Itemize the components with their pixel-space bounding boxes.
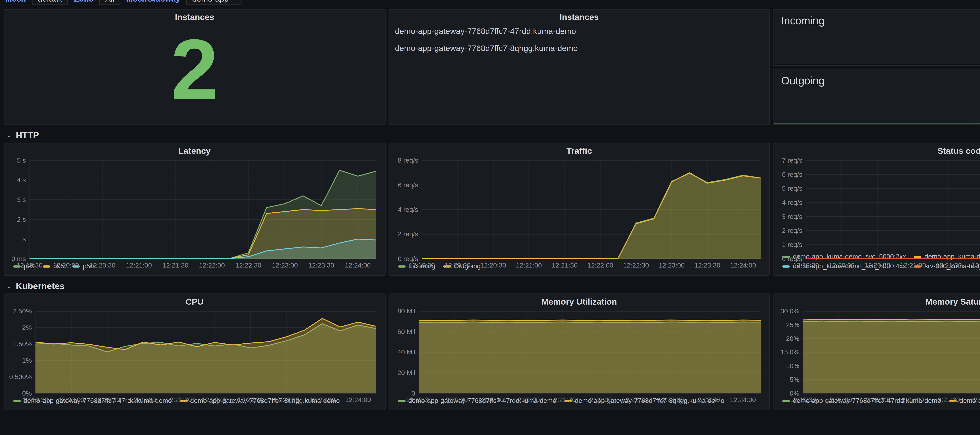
status-codes-chart[interactable]: 0 req/s1 req/s2 req/s3 req/s4 req/s5 req… [778, 156, 980, 252]
svg-text:12:22:30: 12:22:30 [623, 261, 649, 269]
panel-title[interactable]: Status codes [778, 143, 980, 156]
svg-text:12:21:30: 12:21:30 [166, 396, 192, 403]
svg-text:5 req/s: 5 req/s [782, 185, 803, 192]
svg-text:12:23:00: 12:23:00 [272, 261, 298, 269]
svg-text:12:20:00: 12:20:00 [826, 396, 852, 403]
svg-text:8 req/s: 8 req/s [398, 156, 418, 164]
panel-title[interactable]: Memory Saturation [778, 294, 980, 307]
panel-title[interactable]: Traffic [394, 143, 765, 156]
svg-text:12:22:00: 12:22:00 [970, 396, 980, 403]
latency-chart[interactable]: 0 ms1 s2 s3 s4 s5 s12:19:3012:20:0012:20… [9, 156, 380, 261]
svg-text:3 s: 3 s [17, 196, 26, 203]
svg-text:0.500%: 0.500% [9, 373, 32, 381]
svg-text:6 req/s: 6 req/s [398, 181, 418, 189]
svg-text:0%: 0% [22, 389, 32, 397]
panel-title[interactable]: CPU [9, 294, 380, 307]
panel-incoming: Incoming 6.56req/s [773, 9, 980, 65]
svg-text:12:20:00: 12:20:00 [829, 261, 855, 269]
svg-text:12:19:30: 12:19:30 [409, 261, 434, 269]
memory-saturation-chart[interactable]: 0%5%10%15.0%20%25%30.0%12:19:3012:20:001… [778, 307, 980, 396]
svg-text:20 Mil: 20 Mil [397, 369, 415, 376]
svg-text:0 req/s: 0 req/s [398, 255, 418, 263]
svg-text:12:21:30: 12:21:30 [552, 261, 578, 269]
svg-text:12:20:00: 12:20:00 [442, 396, 468, 403]
svg-text:12:20:00: 12:20:00 [53, 261, 79, 269]
svg-text:12:24:00: 12:24:00 [730, 261, 756, 269]
svg-text:0 ms: 0 ms [11, 255, 25, 263]
panel-title[interactable]: Memory Utilization [394, 294, 765, 307]
var-value-zone[interactable]: All [99, 0, 120, 5]
svg-text:12:20:30: 12:20:30 [862, 396, 888, 403]
svg-text:15.0%: 15.0% [781, 348, 800, 356]
panel-instances-list: Instances demo-app-gateway-7768d7ffc7-47… [388, 9, 770, 125]
svg-text:30.0%: 30.0% [781, 308, 800, 315]
svg-text:12:21:00: 12:21:00 [126, 261, 152, 269]
svg-text:12:22:30: 12:22:30 [622, 396, 648, 403]
svg-text:0%: 0% [790, 389, 800, 397]
svg-text:2%: 2% [22, 324, 32, 331]
svg-text:12:22:30: 12:22:30 [238, 396, 264, 403]
svg-text:5%: 5% [790, 376, 800, 383]
svg-text:12:21:30: 12:21:30 [934, 396, 960, 403]
panel-title[interactable]: Outgoing [781, 74, 824, 86]
svg-text:2 req/s: 2 req/s [398, 230, 418, 238]
svg-text:12:22:00: 12:22:00 [585, 396, 611, 403]
variables-bar: Mesh default Zone All MeshGateway demo-a… [4, 0, 980, 7]
cpu-chart[interactable]: 0%0.500%1%1.50%2%2.50%12:19:3012:20:0012… [9, 307, 380, 396]
svg-text:12:20:30: 12:20:30 [478, 396, 504, 403]
svg-text:12:21:00: 12:21:00 [898, 396, 924, 403]
svg-text:12:22:30: 12:22:30 [235, 261, 261, 269]
svg-text:7 req/s: 7 req/s [782, 156, 803, 164]
svg-text:12:22:00: 12:22:00 [199, 261, 225, 269]
svg-text:12:21:00: 12:21:00 [900, 261, 926, 269]
svg-text:4 s: 4 s [17, 176, 26, 183]
top-row: Instances 2 Instances demo-app-gateway-7… [4, 9, 980, 125]
panel-title[interactable]: Instances [389, 10, 769, 22]
row-header-http[interactable]: ⌄ HTTP [6, 129, 980, 140]
svg-text:12:20:30: 12:20:30 [480, 261, 506, 269]
svg-text:5 s: 5 s [17, 156, 26, 164]
traffic-stats-column: Incoming 6.56req/s Outgoing 6.56req/s [773, 9, 980, 125]
panel-title[interactable]: Instances [5, 10, 385, 22]
incoming-sparkline[interactable] [775, 34, 980, 64]
svg-text:12:20:00: 12:20:00 [59, 396, 84, 403]
panel-title[interactable]: Incoming [781, 15, 824, 27]
memory-utilization-chart[interactable]: 020 Mil40 Mil60 Mil80 Mil12:19:3012:20:0… [394, 307, 765, 396]
svg-text:12:19:30: 12:19:30 [406, 396, 431, 403]
panel-title[interactable]: Latency [9, 143, 380, 156]
var-value-meshgateway[interactable]: demo-app▾ [186, 0, 242, 5]
panel-cpu: CPU 0%0.500%1%1.50%2%2.50%12:19:3012:20:… [4, 293, 385, 410]
svg-text:12:22:00: 12:22:00 [202, 396, 228, 403]
panel-instances-stat: Instances 2 [4, 9, 385, 125]
var-label-mesh: Mesh [5, 0, 26, 3]
panel-outgoing: Outgoing 6.56req/s [773, 69, 980, 125]
svg-text:4 req/s: 4 req/s [398, 206, 418, 213]
kubernetes-row: CPU 0%0.500%1%1.50%2%2.50%12:19:3012:20:… [4, 293, 980, 410]
row-header-kubernetes[interactable]: ⌄ Kubernetes [6, 280, 980, 292]
panel-latency: Latency 0 ms1 s2 s3 s4 s5 s12:19:3012:20… [4, 143, 385, 276]
svg-text:12:23:30: 12:23:30 [308, 261, 334, 269]
var-label-meshgateway: MeshGateway [126, 0, 180, 3]
svg-text:3 req/s: 3 req/s [782, 213, 803, 220]
svg-text:1.50%: 1.50% [13, 340, 32, 347]
chevron-down-icon: ▾ [232, 0, 236, 2]
traffic-chart[interactable]: 0 req/s2 req/s4 req/s6 req/s8 req/s12:19… [394, 156, 765, 261]
svg-text:2 s: 2 s [17, 215, 26, 223]
svg-text:12:21:30: 12:21:30 [162, 261, 188, 269]
panel-status-codes: Status codes 0 req/s1 req/s2 req/s3 req/… [773, 143, 980, 276]
chevron-down-icon: ⌄ [6, 131, 12, 139]
svg-text:12:21:00: 12:21:00 [515, 261, 541, 269]
var-label-zone: Zone [74, 0, 94, 3]
svg-text:4 req/s: 4 req/s [782, 199, 803, 206]
svg-text:12:23:30: 12:23:30 [694, 396, 719, 403]
svg-text:1%: 1% [22, 357, 32, 364]
svg-text:12:21:00: 12:21:00 [130, 396, 156, 403]
var-value-mesh[interactable]: default [32, 0, 68, 5]
svg-text:12:23:00: 12:23:00 [659, 261, 684, 269]
outgoing-sparkline[interactable] [775, 94, 980, 124]
svg-text:12:24:00: 12:24:00 [345, 396, 371, 403]
svg-text:80 Mil: 80 Mil [397, 308, 415, 315]
svg-text:12:20:30: 12:20:30 [94, 396, 120, 403]
var-value-mesh-text: default [38, 0, 62, 3]
grafana-dashboard: Mesh default Zone All MeshGateway demo-a… [0, 0, 980, 435]
